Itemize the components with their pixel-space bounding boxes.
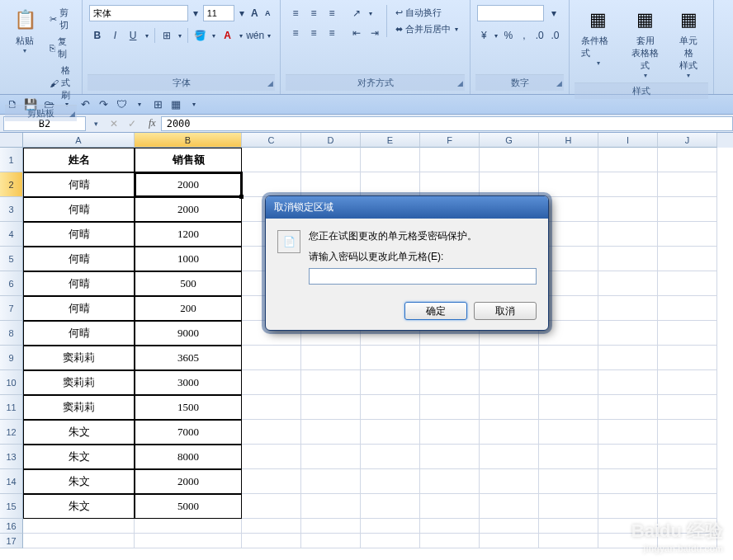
dialog-line1: 您正在试图更改的单元格受密码保护。 (309, 228, 537, 244)
unlock-range-dialog: 取消锁定区域 📄 您正在试图更改的单元格受密码保护。 请输入密码以更改此单元格(… (265, 195, 549, 331)
cancel-button[interactable]: 取消 (474, 302, 537, 320)
dialog-title: 取消锁定区域 (266, 196, 548, 219)
password-input[interactable] (309, 268, 537, 285)
ok-button[interactable]: 确定 (404, 302, 467, 320)
dialog-info-icon: 📄 (277, 230, 300, 253)
dialog-overlay: 取消锁定区域 📄 您正在试图更改的单元格受密码保护。 请输入密码以更改此单元格(… (0, 0, 733, 560)
dialog-line2: 请输入密码以更改此单元格(E): (309, 249, 537, 265)
